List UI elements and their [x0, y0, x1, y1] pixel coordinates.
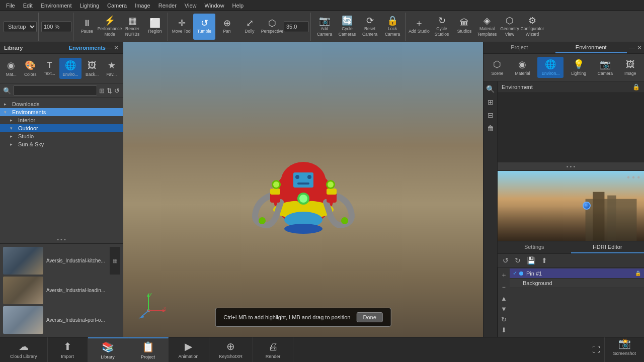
tree-item-sun-sky[interactable]: ▸ Sun & Sky: [0, 140, 123, 148]
done-button[interactable]: Done: [356, 312, 382, 322]
reset-camera-button[interactable]: ⟳ Reset Camera: [359, 14, 381, 40]
cloud-library-btn[interactable]: ☁ Cloud Library: [0, 337, 48, 362]
hdri-menu-dots[interactable]: • • •: [627, 173, 640, 182]
menu-image[interactable]: Image: [131, 2, 154, 10]
animation-btn[interactable]: ▶ Animation: [169, 337, 209, 362]
hdri-redo-button[interactable]: ↻: [513, 255, 523, 265]
studios-button[interactable]: 🏛 Studios: [453, 14, 475, 40]
menu-file[interactable]: File: [2, 2, 19, 10]
right-resize-dots[interactable]: • • •: [498, 162, 644, 170]
rs-delete-btn[interactable]: 🗑: [486, 123, 496, 134]
add-camera-button[interactable]: 📷 Add Camera: [313, 14, 336, 40]
panel-close-button[interactable]: ✕: [114, 44, 119, 51]
env-lock-button[interactable]: 🔒: [632, 83, 640, 90]
keyshot-xr-btn[interactable]: ⊕ KeyShotXR: [209, 337, 254, 362]
pause-button[interactable]: ⏸ Pause: [76, 14, 98, 40]
cycle-cameras-button[interactable]: 🔄 Cycle Cameras: [336, 14, 358, 40]
environ-icon-btn[interactable]: 🌐 Environ...: [537, 57, 564, 78]
thumb-item-2[interactable]: Aversis_Industrial-port-o...: [3, 306, 120, 334]
scene-icon-btn[interactable]: ⬡ Scene: [487, 57, 507, 78]
ra-up-btn[interactable]: ▲: [500, 294, 508, 303]
geometry-view-button[interactable]: ⬡ Geometry View: [499, 14, 521, 40]
material-templates-button[interactable]: ◈ Material Templates: [476, 14, 498, 40]
hdri-cursor-dot[interactable]: [583, 202, 591, 210]
ra-rotate-btn[interactable]: ↻: [500, 315, 508, 324]
tree-item-studio[interactable]: ▸ Studio: [0, 132, 123, 140]
image-icon-btn[interactable]: 🖼 Image: [620, 57, 640, 78]
hdri-export-button[interactable]: ⬆: [539, 255, 549, 265]
viewport[interactable]: www.rr-sc.com: [123, 42, 483, 337]
search-refresh-button[interactable]: ↺: [114, 87, 120, 95]
expand-button[interactable]: ⛶: [592, 345, 600, 354]
ra-flip-btn[interactable]: ⬇: [500, 325, 508, 335]
lib-icon-environ[interactable]: 🌐 Enviro...: [59, 58, 81, 79]
thumb-item-1[interactable]: Aversis_Industrial-loadin...: [3, 277, 120, 304]
pin-item-1[interactable]: ✓ Pin #1 🔒: [510, 268, 644, 279]
fov-input[interactable]: [284, 21, 309, 32]
perspective-button[interactable]: ⬡ Perspective: [261, 14, 283, 40]
menu-window[interactable]: Window: [200, 2, 228, 10]
menu-edit[interactable]: Edit: [19, 2, 37, 10]
lib-icon-mat[interactable]: ◉ Mat...: [3, 58, 20, 79]
screenshot-btn[interactable]: 📸 Screenshot: [604, 337, 644, 362]
ra-down-btn[interactable]: ▼: [500, 304, 508, 314]
ra-delete-btn[interactable]: －: [500, 282, 508, 293]
lib-icon-text[interactable]: T Text...: [41, 59, 58, 78]
render-nurbs-button[interactable]: ▦ Render NURBs: [121, 14, 143, 40]
add-studio-button[interactable]: ＋ Add Studio: [408, 14, 430, 40]
right-panel-close-button[interactable]: ✕: [637, 44, 642, 51]
hdri-save-button[interactable]: 💾: [525, 255, 537, 265]
rs-zoom-fit-btn[interactable]: ⊞: [486, 97, 495, 108]
bg-item[interactable]: Background: [510, 279, 644, 288]
material-icon-btn[interactable]: ◉ Material: [511, 57, 534, 78]
lock-camera-button[interactable]: 🔒 Lock Camera: [381, 14, 404, 40]
search-input[interactable]: [13, 85, 97, 96]
render-btn[interactable]: 🖨 Render: [253, 337, 293, 362]
library-btn[interactable]: 📚 Library: [88, 337, 128, 362]
cycle-studios-button[interactable]: ↻ Cycle Studios: [431, 14, 453, 40]
zoom-input[interactable]: [41, 21, 71, 32]
rs-search-btn[interactable]: 🔍: [485, 83, 496, 95]
tree-item-environments[interactable]: ▾ Environments: [0, 108, 123, 116]
import-btn[interactable]: ⬆ Import: [48, 337, 88, 362]
project-btn[interactable]: 📋 Project: [128, 337, 169, 362]
settings-tab[interactable]: Settings: [498, 241, 571, 253]
pan-button[interactable]: ⊕ Pan: [216, 14, 238, 40]
menu-lighting[interactable]: Lighting: [75, 2, 103, 10]
project-tab[interactable]: Project: [484, 42, 555, 53]
thumb-item-0[interactable]: Aversis_Industrial-kitche... ▦: [3, 247, 120, 275]
region-button[interactable]: ⬜ Region: [144, 14, 166, 40]
dolly-button[interactable]: ⤢ Dolly: [238, 14, 261, 40]
menu-help[interactable]: Help: [228, 2, 248, 10]
move-tool-button[interactable]: ✛ Move Tool: [171, 14, 193, 40]
tree-item-outdoor[interactable]: ▾ Outdoor: [0, 124, 123, 132]
menu-render[interactable]: Render: [154, 2, 181, 10]
ra-add-btn[interactable]: ＋: [500, 269, 508, 281]
menu-view[interactable]: View: [181, 2, 201, 10]
hdri-undo-button[interactable]: ↺: [501, 255, 511, 265]
menu-camera[interactable]: Camera: [103, 2, 131, 10]
tumble-button[interactable]: ↺ Tumble: [193, 14, 215, 40]
search-sort-button[interactable]: ⇅: [107, 87, 112, 95]
camera-icon-btn[interactable]: 📷 Camera: [594, 57, 617, 78]
environment-tab[interactable]: Environment: [555, 42, 627, 53]
lib-icon-colors[interactable]: 🎨 Colors: [21, 58, 40, 79]
rs-zoom-sel-btn[interactable]: ⊟: [486, 110, 495, 121]
lib-icon-back[interactable]: 🖼 Back...: [83, 58, 102, 79]
left-panel: Library Environments — ✕ ◉ Mat... 🎨 Colo…: [0, 42, 123, 337]
hdri-preview[interactable]: • • •: [498, 170, 644, 241]
lib-icon-fav[interactable]: ★ Fav...: [103, 58, 120, 79]
configurator-wizard-button[interactable]: ⚙ Configurator Wizard: [521, 14, 543, 40]
hdri-bg-image: [498, 171, 644, 241]
right-panel-min-button[interactable]: —: [629, 44, 635, 51]
menu-environment[interactable]: Environment: [37, 2, 76, 10]
panel-resize-dots[interactable]: • • •: [0, 235, 123, 243]
panel-minimize-button[interactable]: —: [106, 44, 112, 51]
performance-mode-button[interactable]: ⚡ Performance Mode: [99, 14, 121, 40]
tree-item-downloads[interactable]: ▸ Downloads: [0, 100, 123, 108]
workspace-select[interactable]: Startup: [4, 21, 37, 32]
tree-item-interior[interactable]: ▸ Interior: [0, 116, 123, 124]
hdri-editor-tab[interactable]: HDRI Editor: [571, 241, 645, 253]
search-filter-button[interactable]: ⊞: [99, 87, 105, 95]
lighting-icon-btn[interactable]: 💡 Lighting: [567, 57, 590, 78]
